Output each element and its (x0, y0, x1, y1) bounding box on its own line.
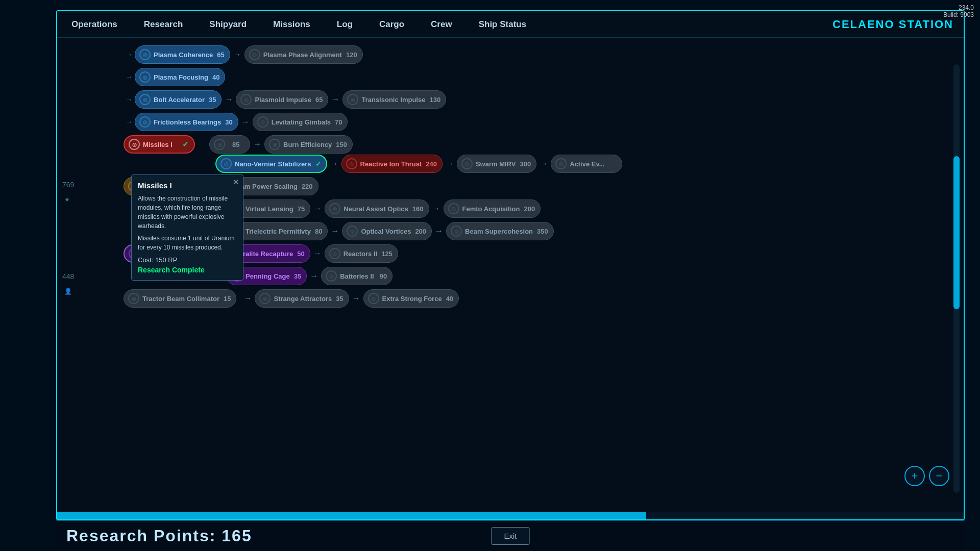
node-plasmoid[interactable]: ◎ Plasmoid Impulse 65 (236, 90, 328, 109)
nav-bar: Operations Research Shipyard Missions Lo… (57, 11, 964, 38)
femto-icon: ◎ (448, 203, 459, 214)
node-plasma-phase[interactable]: ◎ Plasma Phase Alignment 120 (244, 45, 363, 64)
reactors-ii-icon: ◎ (329, 248, 340, 259)
node-reactive-ion[interactable]: ◎ Reactive Ion Thrust 240 (341, 155, 443, 173)
chiralite-cost: 50 (297, 250, 304, 258)
arrow-tb: → (243, 294, 252, 303)
node-reactors-ii[interactable]: ◎ Reactors II 125 (325, 244, 398, 263)
active-ev-label: Active Ev... (570, 160, 617, 168)
arrow-ri2: → (313, 249, 322, 258)
node-beam-super[interactable]: ◎ Beam Supercohesion 350 (446, 222, 554, 240)
tractor-beam-icon: ◎ (128, 293, 139, 304)
nano-label: Nano-Vernier Stabilizers (235, 160, 311, 168)
bolt-label: Bolt Accelerator (154, 96, 205, 104)
node-optical-vortices[interactable]: ◎ Optical Vortices 200 (342, 222, 432, 240)
plasma-phase-icon: ◎ (249, 49, 260, 60)
virtual-lensing-label: Virtual Lensing (246, 205, 293, 213)
nav-research[interactable]: Research (140, 17, 187, 32)
arrow-n4: → (540, 159, 548, 168)
batteries-ii-label: Batteries II (340, 272, 376, 280)
tooltip-title: Missiles I (138, 181, 237, 190)
beam-super-cost: 350 (537, 228, 548, 235)
bolt-cost: 35 (209, 96, 216, 104)
extra-strong-icon: ◎ (368, 293, 379, 304)
translsonic-cost: 130 (429, 96, 440, 104)
node-tractor-beam[interactable]: ◎ Tractor Beam Collimator 15 (124, 289, 236, 308)
node-frictionless[interactable]: ◎ Frictionless Bearings 30 (135, 113, 238, 131)
swarm-icon: ◎ (461, 158, 473, 169)
reactive-ion-label: Reactive Ion Thrust (360, 160, 422, 168)
scrollbar-thumb[interactable] (953, 156, 960, 309)
tree-row-nano: ◎ Nano-Vernier Stabilizers ✓ → ◎ Reactiv… (215, 155, 946, 173)
nav-cargo[interactable]: Cargo (375, 17, 408, 32)
nav-ship-status[interactable]: Ship Status (475, 17, 531, 32)
nav-shipyard[interactable]: Shipyard (205, 17, 251, 32)
node-neural-assist[interactable]: ◎ Neural Assist Optics 160 (325, 199, 429, 218)
arrow-ba3: → (331, 95, 339, 104)
zoom-in-button[interactable]: + (904, 466, 925, 486)
node-levitating[interactable]: ◎ Levitating Gimbals 70 (253, 113, 348, 131)
node-strange[interactable]: ◎ Strange Attractors 35 (255, 289, 349, 308)
node-swarm-mirv[interactable]: ◎ Swarm MIRV 300 (457, 155, 536, 173)
arrow-be: → (253, 140, 261, 149)
plasmoid-cost: 65 (315, 96, 323, 104)
node-missiles-i[interactable]: ◎ Missiles I ✓ (124, 135, 195, 154)
exit-button[interactable]: Exit (491, 527, 529, 545)
tri-cost: 80 (315, 228, 322, 235)
missiles-i-icon: ◎ (129, 139, 140, 150)
scrollbar-track[interactable] (953, 64, 960, 493)
research-points-label: Research Points: (66, 527, 216, 545)
femto-label: Femto Acquisition (462, 205, 520, 213)
node-translsonic[interactable]: ◎ Translsonic Impulse 130 (342, 90, 446, 109)
translsonic-icon: ◎ (347, 94, 358, 105)
nav-operations[interactable]: Operations (67, 17, 121, 32)
zoom-controls: + − (904, 466, 949, 486)
main-panel: Operations Research Shipyard Missions Lo… (56, 10, 965, 520)
arrow-2: → (233, 50, 241, 59)
nav-missions[interactable]: Missions (269, 17, 314, 32)
beam-power-cost: 220 (302, 183, 313, 190)
arrow-pf: → (126, 73, 133, 81)
arrow-ba: → (126, 95, 133, 104)
node-active-ev[interactable]: ◎ Active Ev... (551, 155, 622, 173)
arrow-ba2: → (225, 95, 233, 104)
coordinates: 234.0 Build: 9903 (943, 4, 974, 18)
plasma-focusing-label: Plasma Focusing (154, 73, 208, 81)
neural-assist-cost: 160 (412, 205, 424, 213)
node-plasma-focusing[interactable]: ◎ Plasma Focusing 40 (135, 68, 225, 86)
node-bolt-accelerator[interactable]: ◎ Bolt Accelerator 35 (135, 90, 222, 109)
nano-icon: ◎ (220, 158, 232, 169)
plasma-coherence-label: Plasma Coherence (154, 51, 213, 59)
nav-crew[interactable]: Crew (427, 17, 456, 32)
missiles-tooltip: Missiles I ✕ Allows the construction of … (131, 174, 243, 281)
node-extra-strong[interactable]: ◎ Extra Strong Force 40 (363, 289, 459, 308)
tree-row-friction: → ◎ Frictionless Bearings 30 → ◎ Levitat… (124, 113, 946, 131)
optical-vortices-icon: ◎ (347, 226, 358, 237)
femto-cost: 200 (524, 205, 535, 213)
swarm-cost: 300 (520, 160, 531, 168)
node-nano[interactable]: ◎ Nano-Vernier Stabilizers ✓ (215, 155, 327, 173)
burn-cost: 150 (336, 141, 347, 148)
frictionless-cost: 30 (225, 118, 232, 126)
arrow-tri2: → (331, 227, 339, 236)
node-cost85[interactable]: ◎ 85 (209, 135, 250, 154)
zoom-out-button[interactable]: − (929, 466, 949, 486)
node-batteries-ii[interactable]: ◎ Batteries II 90 (321, 267, 393, 285)
plasmoid-label: Plasmoid Impulse (255, 96, 311, 104)
node-burn-efficiency[interactable]: ◎ Burn Efficiency 150 (264, 135, 353, 154)
nav-log[interactable]: Log (333, 17, 357, 32)
nano-check: ✓ (315, 160, 321, 168)
bolt-icon: ◎ (139, 94, 151, 105)
strange-cost: 35 (336, 295, 343, 303)
tooltip-cost: Cost: 150 RP (138, 256, 237, 264)
active-ev-icon: ◎ (555, 158, 567, 169)
node-femto[interactable]: ◎ Femto Acquisition 200 (444, 199, 541, 218)
tooltip-close-button[interactable]: ✕ (233, 178, 239, 186)
optical-vortices-cost: 200 (415, 228, 426, 235)
arrow-1: → (126, 51, 133, 59)
strange-label: Strange Attractors (274, 295, 332, 303)
tree-row-reactors: ◎ Reactors I ✓ → ◎ Chiralite Recapture 5… (124, 244, 946, 263)
node-plasma-coherence[interactable]: ◎ Plasma Coherence 65 (135, 45, 230, 64)
progress-bar (57, 512, 964, 519)
reactive-ion-cost: 240 (426, 160, 437, 168)
